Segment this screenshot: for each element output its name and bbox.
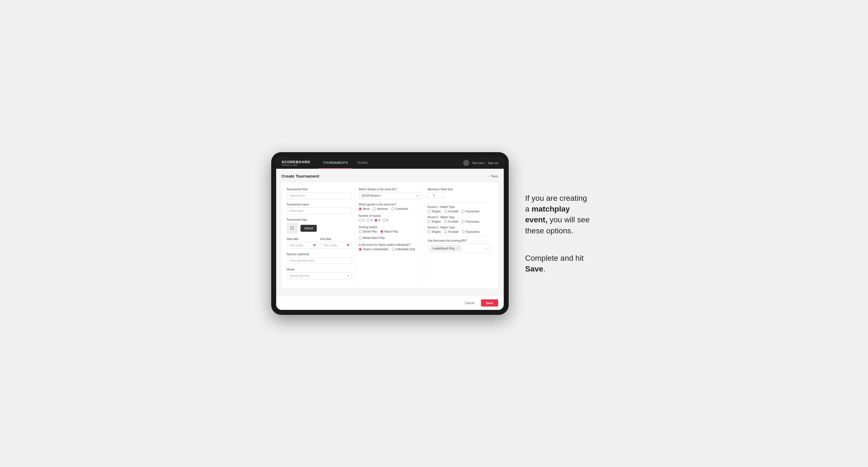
upload-button[interactable]: Upload [301,225,317,232]
round2-label: Round 2 - Match Type [428,216,490,219]
nav-bar: SCOREBOARD Powered by clippit TOURNAMENT… [276,157,504,169]
rounds-1[interactable]: 1 [359,219,365,222]
teams-group: Is this event for Teams and/or Individua… [359,243,421,251]
round3-match-type: Round 3 - Match Type Singles Fourball [428,226,490,234]
logo-preview: 🖼 [287,223,298,234]
signout-link[interactable]: Sign out [488,161,498,165]
nav-tabs: TOURNAMENTS TEAMS [318,157,463,169]
page-header: Create Tournament ← Back [282,174,498,178]
teams-label: Is this event for Teams and/or Individua… [359,243,421,246]
nav-logo: SCOREBOARD Powered by clippit [282,160,310,166]
logo-title: SCOREBOARD [282,160,310,164]
round2-fourball[interactable]: Fourball [444,220,458,223]
date-row: Start date 📅 End date [287,238,352,249]
nav-user-section: Test User | Sign out [463,160,498,166]
sponsor-label: Sponsor (optional) [287,253,352,256]
gender-combined[interactable]: Combined [391,208,408,211]
form-column-3: Maximum Team Size Round 1 - Match Type S… [424,188,493,283]
tournament-logo-group: Tournament logo 🖼 Upload [287,218,352,234]
start-date-label: Start date [287,238,318,241]
scoring-stroke[interactable]: Stroke Play [359,230,377,233]
tournament-name-group: Tournament name [287,203,352,214]
round1-fourball[interactable]: Fourball [444,210,458,213]
round2-foursomes[interactable]: Foursomes [462,220,479,223]
divider-1 [428,203,490,203]
team-size-label: Maximum Team Size [428,188,490,191]
tab-tournaments[interactable]: TOURNAMENTS [318,157,352,169]
division-select[interactable]: NCAA Division I [359,192,421,199]
scoring-label: Scoring system [359,226,421,229]
start-date-input[interactable] [287,242,318,249]
tab-teams[interactable]: TEAMS [352,157,372,169]
venue-input[interactable] [287,272,352,279]
rounds-group: Number of rounds 1 2 [359,214,421,222]
scoring-radio-group: Stroke Play Match Play Medal Match Play [359,230,421,240]
round3-fourball[interactable]: Fourball [444,230,458,234]
api-group: Use third-party live scoring API? Leader… [428,239,490,253]
api-tag: Leaderboard King × [430,245,461,251]
teams-radio-group: Teams (+Individuals) Individuals Only [359,248,421,251]
gender-mens[interactable]: Mens [359,208,370,211]
round1-match-type: Round 1 - Match Type Singles Fourball [428,206,490,213]
teams-option[interactable]: Teams (+Individuals) [359,248,388,251]
round2-singles[interactable]: Singles [428,220,441,223]
main-content: Create Tournament ← Back Tournament Host… [276,169,504,296]
venue-wrapper: ▼ [287,272,352,279]
end-date-input[interactable] [320,242,352,249]
rounds-4[interactable]: 4 [382,219,388,222]
back-button[interactable]: ← Back [488,175,498,178]
api-dropdown-icon: ▾ [486,247,487,250]
page-wrapper: SCOREBOARD Powered by clippit TOURNAMENT… [11,152,857,315]
save-button[interactable]: Save [481,299,498,307]
round3-foursomes[interactable]: Foursomes [462,230,479,234]
api-field[interactable]: Leaderboard King × ▾ [428,244,490,253]
rounds-radio-group: 1 2 3 [359,219,421,222]
tournament-host-input[interactable] [287,192,352,199]
individuals-option[interactable]: Individuals Only [392,248,415,251]
end-date-wrapper: 📅 [320,242,352,249]
scoring-match[interactable]: Match Play [380,230,398,233]
end-date-group: End date 📅 [320,238,352,249]
cancel-button[interactable]: Cancel [461,299,478,307]
dates-group: Start date 📅 End date [287,238,352,249]
gender-radio-group: Mens Womens Combined [359,208,421,211]
round2-match-type: Round 2 - Match Type Singles Fourball [428,216,490,223]
division-label: Which division is the event for? [359,188,421,191]
round1-singles[interactable]: Singles [428,210,441,213]
form-container: Tournament Host Tournament name Tourname… [282,183,498,288]
tournament-host-group: Tournament Host [287,188,352,199]
annotation-bottom-text: Complete and hit Save. [525,253,592,274]
round3-singles[interactable]: Singles [428,230,441,234]
rounds-3[interactable]: 3 [374,219,380,222]
scoring-medal[interactable]: Medal Match Play [359,237,385,240]
logo-sub: Powered by clippit [282,164,310,166]
gender-label: Which gender is the event for? [359,203,421,206]
tablet-screen: SCOREBOARD Powered by clippit TOURNAMENT… [276,157,504,310]
venue-group: Venue ▼ [287,268,352,279]
rounds-label: Number of rounds [359,214,421,217]
sponsor-group: Sponsor (optional) [287,253,352,264]
tournament-logo-label: Tournament logo [287,218,352,221]
start-date-group: Start date 📅 [287,238,318,249]
tournament-name-input[interactable] [287,208,352,214]
gender-womens[interactable]: Womens [373,208,388,211]
annotation-panel: If you are creating a matchplay event, y… [520,187,597,280]
team-size-input[interactable] [428,192,444,198]
api-tag-remove[interactable]: × [457,247,459,250]
user-avatar [463,160,469,166]
annotation-top-text: If you are creating a matchplay event, y… [525,193,592,236]
divider-2 [428,236,490,237]
start-date-wrapper: 📅 [287,242,318,249]
form-column-2: Which division is the event for? NCAA Di… [355,188,424,283]
rounds-2[interactable]: 2 [367,219,372,222]
page-title: Create Tournament [282,174,319,178]
user-name: Test User | [472,161,485,165]
sponsor-input[interactable] [287,257,352,264]
round1-foursomes[interactable]: Foursomes [462,210,479,213]
scoring-group: Scoring system Stroke Play Match Play [359,226,421,240]
round1-label: Round 1 - Match Type [428,206,490,209]
api-label: Use third-party live scoring API? [428,239,490,242]
round2-radio-group: Singles Fourball Foursomes [428,220,490,223]
division-group: Which division is the event for? NCAA Di… [359,188,421,199]
tablet-device: SCOREBOARD Powered by clippit TOURNAMENT… [271,152,509,315]
